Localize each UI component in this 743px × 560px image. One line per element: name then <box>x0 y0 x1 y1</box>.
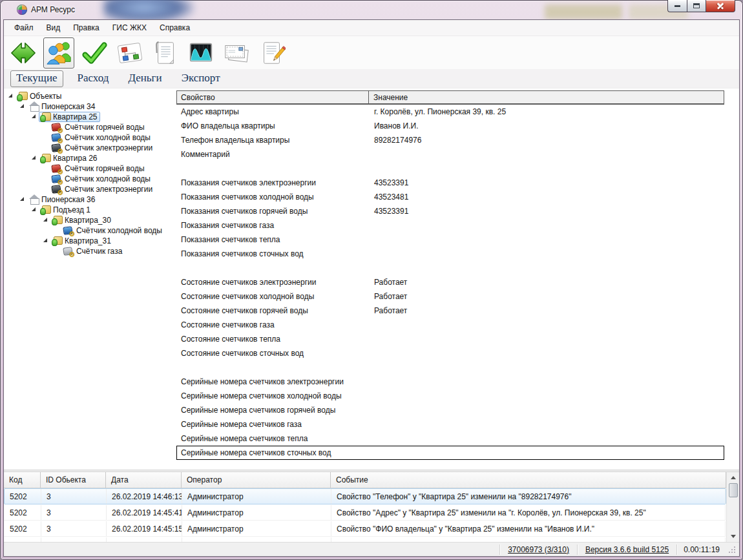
tree-node[interactable]: Счётчик электроэнергии <box>50 184 155 194</box>
property-row-2[interactable]: Телефон владельца квартиры 89282174976 <box>176 133 724 147</box>
expander-icon[interactable] <box>43 145 49 151</box>
maximize-button[interactable] <box>687 0 706 12</box>
document-edit-icon[interactable] <box>256 37 288 68</box>
expander-icon[interactable] <box>54 248 61 254</box>
diagram-icon[interactable] <box>114 37 145 68</box>
tree-node[interactable]: Пионерская 34 <box>27 101 98 112</box>
menu-item-2[interactable]: Правка <box>67 21 106 34</box>
expander-icon[interactable] <box>54 227 61 234</box>
property-row-16[interactable]: Состояние счетчиков тепла <box>176 332 724 346</box>
tree-node[interactable]: Квартира_30 <box>50 215 114 225</box>
property-row-15[interactable]: Состояние счетчиков газа <box>176 318 724 332</box>
envelope-icon[interactable] <box>221 37 252 68</box>
expander-icon[interactable] <box>43 217 49 223</box>
tree-item-15[interactable]: Счётчик газа <box>4 246 173 256</box>
property-row-12[interactable]: Состояние счетчиков электроэнергии Работ… <box>176 275 724 289</box>
log-column-header[interactable]: Оператор <box>182 472 331 488</box>
tree-item-7[interactable]: Счётчик горячей воды <box>4 163 173 174</box>
property-row-11[interactable] <box>176 261 724 275</box>
property-row-20[interactable]: Серийные номера счетчиков холодной воды <box>176 389 724 403</box>
titlebar[interactable]: АРМ Ресурс <box>0 0 743 19</box>
tree-node[interactable]: Квартира_31 <box>50 236 114 246</box>
tab-1[interactable]: Расход <box>72 71 114 87</box>
expander-icon[interactable] <box>43 176 49 182</box>
expander-icon[interactable] <box>43 124 49 130</box>
tree-item-14[interactable]: Квартира_31 <box>4 236 173 246</box>
check-icon[interactable] <box>79 37 110 68</box>
tree-node[interactable]: Счётчик холодной воды <box>62 225 165 236</box>
property-row-21[interactable]: Серийные номера счетчиков горячей воды <box>176 403 724 417</box>
property-row-18[interactable] <box>176 360 724 375</box>
property-column-header[interactable]: Свойство <box>177 91 369 103</box>
menu-item-4[interactable]: Справка <box>153 21 196 34</box>
resize-grip[interactable] <box>727 545 737 554</box>
tree-node[interactable]: Счётчик холодной воды <box>50 132 153 143</box>
minimize-button[interactable] <box>667 0 687 12</box>
value-column-header[interactable]: Значение <box>369 93 408 102</box>
log-scrollbar[interactable] <box>726 472 739 542</box>
scroll-down-button[interactable] <box>727 531 740 542</box>
tree-item-12[interactable]: Квартира_30 <box>4 215 173 225</box>
tree-item-11[interactable]: Подъезд 1 <box>4 205 173 215</box>
property-row-1[interactable]: ФИО владельца квартиры Иванов И.И. <box>176 119 724 133</box>
property-row-19[interactable]: Серийные номера счетчиков электроэнергии <box>176 375 724 389</box>
property-row-23[interactable]: Серийные номера счетчиков тепла <box>176 431 724 446</box>
expander-icon[interactable] <box>19 103 26 110</box>
log-row-1[interactable]: 5202 3 26.02.2019 14:45:41 Администратор… <box>4 504 726 521</box>
log-column-header[interactable]: ID Обьекта <box>41 472 106 488</box>
tree-item-13[interactable]: Счётчик холодной воды <box>4 225 173 236</box>
property-row-0[interactable]: Адрес квартиры г. Королёв, ул. Пионерска… <box>176 105 724 119</box>
tree-item-0[interactable]: Объекты <box>4 91 173 101</box>
tree-node[interactable]: Счётчик газа <box>62 246 125 256</box>
tree-item-8[interactable]: Счётчик холодной воды <box>4 174 173 184</box>
property-row-13[interactable]: Состояние счетчиков холодной воды Работа… <box>176 289 724 304</box>
tree-item-4[interactable]: Счётчик холодной воды <box>4 132 173 143</box>
tab-2[interactable]: Деньги <box>123 71 167 87</box>
tab-3[interactable]: Экспорт <box>176 71 225 87</box>
tree-item-3[interactable]: Счётчик горячей воды <box>4 122 173 132</box>
menu-item-3[interactable]: ГИС ЖКХ <box>106 21 153 34</box>
menu-item-1[interactable]: Вид <box>40 21 67 34</box>
document-report-icon[interactable] <box>150 37 181 68</box>
property-row-14[interactable]: Состояние счетчиков горячей воды Работае… <box>176 304 724 318</box>
log-column-header[interactable]: Дата <box>106 472 182 488</box>
property-row-6[interactable]: Показания счетчиков холодной воды 435234… <box>176 190 724 204</box>
tree-node[interactable]: Квартира 25 <box>39 112 100 122</box>
scrollbar-thumb[interactable] <box>729 483 738 497</box>
tree-node[interactable]: Счётчик электроэнергии <box>50 143 155 153</box>
property-row-8[interactable]: Показания счетчиков газа <box>176 218 724 233</box>
menu-item-0[interactable]: Файл <box>8 21 40 34</box>
users-icon[interactable] <box>43 37 74 68</box>
log-row-2[interactable]: 5202 3 26.02.2019 14:45:15 Администратор… <box>4 521 726 537</box>
property-row-24[interactable]: Серийные номера счетчиков сточных вод <box>176 446 724 460</box>
tree-item-9[interactable]: Счётчик электроэнергии <box>4 184 173 194</box>
tree-node[interactable]: Подъезд 1 <box>39 205 93 215</box>
log-column-header[interactable]: Событие <box>331 472 726 488</box>
transfer-arrows-icon[interactable] <box>8 37 39 68</box>
property-row-7[interactable]: Показания счетчиков горячей воды 4352339… <box>176 204 724 218</box>
tab-0[interactable]: Текущие <box>10 70 63 87</box>
tree-node[interactable]: Квартира 26 <box>39 153 100 163</box>
tree-node[interactable]: Счётчик горячей воды <box>50 163 147 174</box>
tree-item-2[interactable]: Квартира 25 <box>4 112 173 122</box>
tree-item-10[interactable]: Пионерская 36 <box>4 194 173 205</box>
expander-icon[interactable] <box>8 93 14 99</box>
scroll-up-button[interactable] <box>727 472 740 483</box>
tree-node[interactable]: Объекты <box>16 91 65 101</box>
property-row-17[interactable]: Состояние счетчиков сточных вод <box>176 346 724 360</box>
tree-item-6[interactable]: Квартира 26 <box>4 153 173 163</box>
expander-icon[interactable] <box>43 238 49 244</box>
status-version-link[interactable]: Версия 3.6.6 build 5125 <box>578 545 676 554</box>
tree-item-1[interactable]: Пионерская 34 <box>4 101 173 112</box>
expander-icon[interactable] <box>43 165 49 172</box>
status-counter-link[interactable]: 37006973 (3/310) <box>500 545 577 554</box>
expander-icon[interactable] <box>43 134 49 141</box>
tree-node[interactable]: Счётчик горячей воды <box>50 122 147 132</box>
tree-item-5[interactable]: Счётчик электроэнергии <box>4 143 173 153</box>
close-button[interactable] <box>706 0 735 12</box>
property-row-5[interactable]: Показания счетчиков электроэнергии 43523… <box>176 176 724 190</box>
log-column-header[interactable]: Код <box>4 472 41 488</box>
property-row-22[interactable]: Серийные номера счетчиков газа <box>176 417 724 431</box>
property-row-9[interactable]: Показания счетчиков тепла <box>176 233 724 247</box>
expander-icon[interactable] <box>31 207 37 213</box>
